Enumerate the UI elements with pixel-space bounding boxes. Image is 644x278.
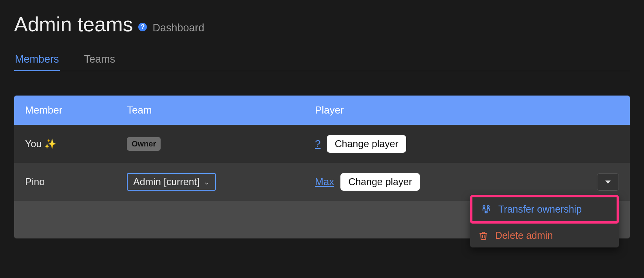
title-row: Admin teams ? Dashboard bbox=[14, 13, 630, 36]
chevron-down-icon: ⌄ bbox=[204, 178, 210, 186]
delete-admin-item[interactable]: Delete admin bbox=[470, 224, 619, 247]
svg-point-0 bbox=[483, 206, 485, 208]
help-icon[interactable]: ? bbox=[138, 23, 147, 31]
table-row: Pino Admin [current] ⌄ Max Change player bbox=[14, 163, 630, 201]
breadcrumb[interactable]: Dashboard bbox=[152, 22, 204, 34]
player-link[interactable]: ? bbox=[315, 138, 320, 150]
player-link[interactable]: Max bbox=[315, 176, 334, 188]
transfer-ownership-label: Transfer ownership bbox=[498, 204, 582, 215]
row-actions-dropdown: Transfer ownership Delete admin bbox=[470, 195, 619, 247]
owner-badge: Owner bbox=[127, 137, 161, 151]
table-header: Member Team Player bbox=[14, 96, 630, 125]
caret-down-icon bbox=[605, 181, 611, 184]
tabs: Members Teams bbox=[14, 51, 630, 71]
member-name: Pino bbox=[25, 176, 127, 188]
team-select-value: Admin [current] bbox=[133, 176, 200, 188]
svg-point-1 bbox=[487, 206, 489, 208]
col-team: Team bbox=[127, 104, 315, 116]
transfer-ownership-item[interactable]: Transfer ownership bbox=[470, 195, 619, 224]
tab-members[interactable]: Members bbox=[14, 51, 60, 71]
table-row: You ✨ Owner ? Change player bbox=[14, 125, 630, 163]
delete-admin-label: Delete admin bbox=[495, 230, 553, 241]
member-name: You ✨ bbox=[25, 138, 127, 150]
tab-teams[interactable]: Teams bbox=[83, 51, 116, 71]
trash-icon bbox=[479, 231, 488, 240]
change-player-button[interactable]: Change player bbox=[327, 135, 406, 153]
change-player-button[interactable]: Change player bbox=[340, 173, 420, 191]
members-table: Member Team Player You ✨ Owner ? Change … bbox=[14, 96, 630, 238]
row-actions-toggle[interactable] bbox=[597, 173, 619, 191]
page-title: Admin teams bbox=[14, 13, 133, 36]
col-player: Player bbox=[315, 104, 572, 116]
transfer-icon bbox=[481, 204, 491, 215]
col-member: Member bbox=[25, 104, 127, 116]
team-select[interactable]: Admin [current] ⌄ bbox=[127, 173, 216, 191]
